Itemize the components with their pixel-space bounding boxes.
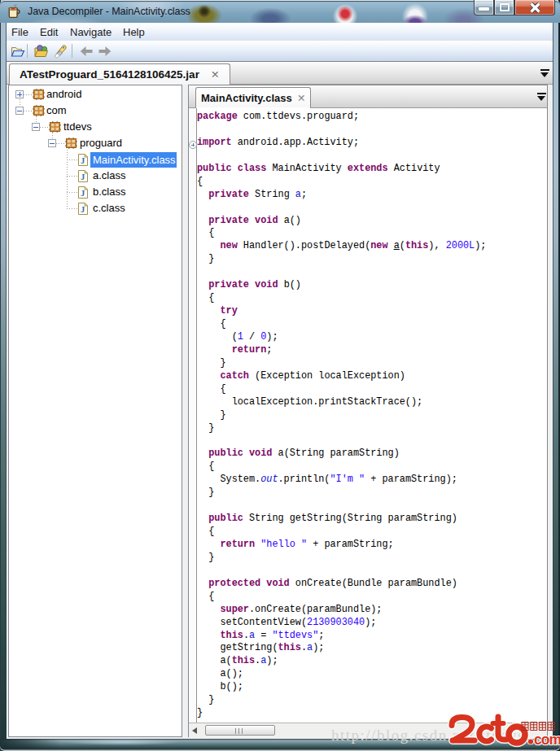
svg-text:com: com bbox=[534, 731, 560, 748]
